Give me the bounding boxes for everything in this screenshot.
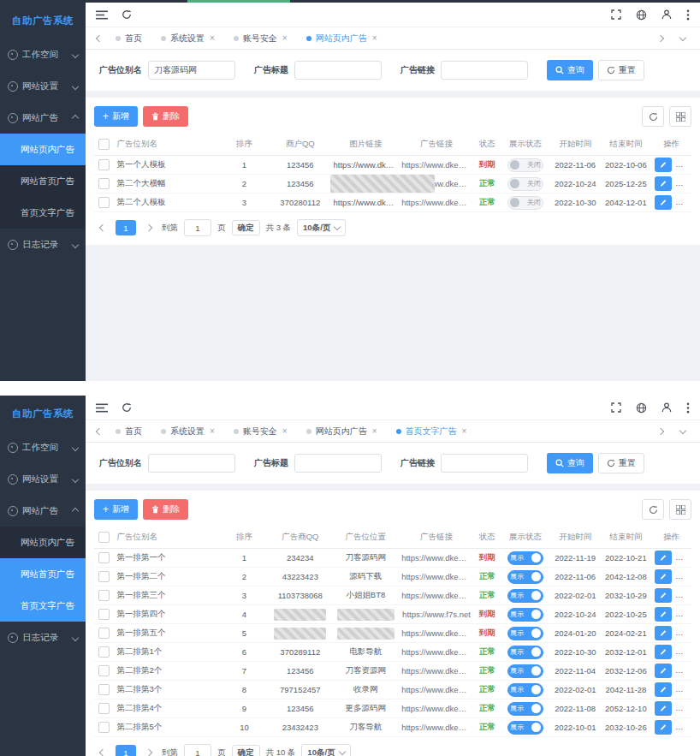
tab-close-icon[interactable]: ×	[462, 426, 467, 436]
tabs-scroll-left-button[interactable]	[92, 429, 106, 434]
tab-close-icon[interactable]: ×	[372, 33, 377, 43]
tab[interactable]: 首页文字广告×	[387, 420, 477, 442]
row-checkbox[interactable]	[98, 590, 110, 601]
reset-button[interactable]: 重置	[598, 60, 644, 80]
row-checkbox[interactable]	[98, 178, 110, 189]
tabs-scroll-right-button[interactable]	[654, 429, 667, 434]
tab-close-icon[interactable]: ×	[282, 33, 288, 43]
select-all-checkbox[interactable]	[98, 532, 110, 543]
user-icon[interactable]	[661, 9, 672, 20]
tab-close-icon[interactable]: ×	[210, 426, 215, 436]
sidebar-item-site-ads[interactable]: 网站广告	[0, 495, 86, 527]
display-toggle[interactable]: 展示	[507, 646, 543, 659]
sidebar-subitem[interactable]: 网站首页广告	[0, 558, 86, 590]
display-toggle[interactable]: 展示	[507, 570, 543, 584]
sidebar-item-workspace[interactable]: 工作空间	[0, 39, 86, 70]
row-checkbox[interactable]	[98, 197, 110, 208]
add-button[interactable]: + 新增	[94, 106, 138, 127]
row-checkbox[interactable]	[98, 684, 110, 695]
delete-button[interactable]: 删除	[143, 106, 188, 127]
collapse-menu-icon[interactable]	[96, 403, 108, 413]
sidebar-item-site-ads[interactable]: 网站广告	[0, 102, 86, 134]
row-checkbox[interactable]	[98, 722, 110, 733]
column-settings-button[interactable]	[669, 106, 691, 127]
tab[interactable]: 系统设置×	[151, 27, 224, 49]
refresh-table-button[interactable]	[642, 106, 664, 127]
globe-icon[interactable]	[636, 402, 647, 414]
edit-row-button[interactable]	[655, 720, 672, 735]
sidebar-item-logs[interactable]: 日志记录	[0, 229, 86, 260]
search-input[interactable]	[148, 454, 235, 473]
sidebar-item-site-settings[interactable]: 网站设置	[0, 70, 86, 102]
refresh-icon[interactable]	[122, 9, 132, 20]
tabs-menu-button[interactable]	[676, 37, 690, 40]
tab[interactable]: 网站页内广告×	[297, 420, 387, 442]
next-page-button[interactable]	[142, 220, 156, 235]
tab[interactable]: 首页	[106, 420, 151, 442]
row-checkbox[interactable]	[98, 609, 110, 620]
refresh-table-button[interactable]	[642, 499, 664, 520]
next-page-button[interactable]	[142, 745, 156, 756]
user-icon[interactable]	[661, 402, 672, 413]
edit-row-button[interactable]	[655, 682, 672, 697]
tab-close-icon[interactable]: ×	[210, 33, 215, 43]
display-toggle[interactable]: 展示	[507, 551, 543, 565]
display-toggle[interactable]: 展示	[507, 627, 543, 640]
confirm-page-button[interactable]: 确定	[232, 745, 260, 756]
row-checkbox[interactable]	[98, 159, 110, 170]
sidebar-item-logs[interactable]: 日志记录	[0, 622, 86, 653]
more-vertical-icon[interactable]	[686, 9, 690, 21]
display-toggle[interactable]: 关闭	[507, 196, 543, 210]
sidebar-subitem[interactable]: 网站页内广告	[0, 527, 86, 558]
search-input[interactable]	[294, 454, 382, 473]
edit-row-button[interactable]	[655, 701, 672, 716]
tab[interactable]: 网站页内广告×	[297, 27, 387, 49]
search-input[interactable]	[148, 61, 235, 80]
edit-row-button[interactable]	[655, 626, 672, 640]
more-vertical-icon[interactable]	[686, 402, 690, 414]
tab[interactable]: 系统设置×	[151, 420, 224, 442]
add-button[interactable]: + 新增	[94, 499, 138, 520]
sidebar-subitem[interactable]: 首页文字广告	[0, 197, 86, 229]
edit-row-button[interactable]	[655, 664, 672, 678]
confirm-page-button[interactable]: 确定	[232, 220, 260, 235]
display-toggle[interactable]: 展示	[507, 608, 543, 622]
display-toggle[interactable]: 关闭	[507, 158, 543, 172]
query-button[interactable]: 查询	[547, 453, 593, 473]
search-input[interactable]	[441, 454, 528, 473]
query-button[interactable]: 查询	[547, 60, 593, 80]
row-checkbox[interactable]	[98, 646, 110, 658]
edit-row-button[interactable]	[655, 158, 672, 172]
edit-row-button[interactable]	[655, 569, 672, 584]
row-checkbox[interactable]	[98, 628, 110, 639]
row-checkbox[interactable]	[98, 571, 110, 582]
edit-row-button[interactable]	[655, 588, 672, 603]
display-toggle[interactable]: 展示	[507, 683, 543, 697]
display-toggle[interactable]: 关闭	[507, 177, 543, 191]
row-checkbox[interactable]	[98, 552, 110, 563]
search-input[interactable]	[441, 61, 528, 80]
sidebar-subitem[interactable]: 网站页内广告	[0, 134, 86, 165]
globe-icon[interactable]	[636, 9, 647, 21]
sidebar-subitem[interactable]: 网站首页广告	[0, 165, 86, 197]
page-size-select[interactable]: 10条/页	[297, 219, 346, 236]
page-size-select[interactable]: 10条/页	[301, 744, 350, 756]
display-toggle[interactable]: 展示	[507, 664, 543, 678]
fullscreen-icon[interactable]	[611, 9, 621, 20]
tabs-scroll-right-button[interactable]	[654, 36, 667, 41]
edit-row-button[interactable]	[655, 645, 672, 659]
edit-row-button[interactable]	[655, 607, 672, 622]
collapse-menu-icon[interactable]	[96, 10, 108, 20]
edit-row-button[interactable]	[655, 195, 672, 210]
edit-row-button[interactable]	[655, 551, 672, 565]
row-checkbox[interactable]	[98, 665, 110, 676]
goto-page-input[interactable]	[184, 219, 211, 236]
goto-page-input[interactable]	[184, 744, 211, 756]
sidebar-subitem[interactable]: 首页文字广告	[0, 590, 86, 622]
display-toggle[interactable]: 展示	[507, 702, 543, 716]
tabs-scroll-left-button[interactable]	[92, 36, 106, 41]
tab-close-icon[interactable]: ×	[282, 426, 288, 436]
display-toggle[interactable]: 展示	[507, 721, 543, 735]
reset-button[interactable]: 重置	[598, 453, 644, 473]
page-number-button[interactable]: 1	[116, 745, 136, 756]
